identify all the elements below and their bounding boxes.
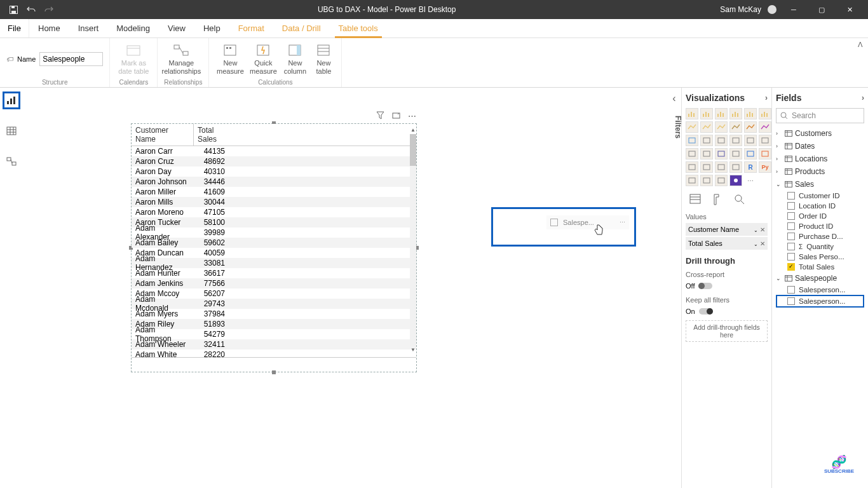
viz-type-button[interactable] — [744, 121, 757, 133]
slicer-more-icon[interactable]: ⋯ — [620, 219, 625, 226]
viz-type-button[interactable] — [686, 135, 698, 146]
new-table-button[interactable]: New table — [312, 43, 335, 75]
viz-type-button[interactable] — [729, 135, 742, 146]
viz-type-button[interactable] — [700, 148, 713, 159]
table-row[interactable]: Aaron Miller41609 — [132, 187, 416, 197]
field-checkbox[interactable] — [787, 202, 795, 210]
viz-type-button[interactable] — [759, 108, 771, 119]
new-column-button[interactable]: New column — [281, 43, 308, 75]
field-column[interactable]: ΣQuantity — [776, 241, 864, 252]
expand-icon[interactable]: › — [862, 93, 864, 102]
table-scrollbar[interactable]: ▲ ▼ — [410, 134, 416, 346]
viz-type-button[interactable] — [700, 121, 713, 133]
manage-relationships-button[interactable]: Manage relationships — [164, 43, 198, 75]
viz-type-button[interactable] — [700, 161, 713, 173]
menu-data-drill[interactable]: Data / Drill — [273, 19, 330, 37]
data-view-button[interactable] — [3, 122, 20, 140]
field-table-sales[interactable]: ⌄Sales — [776, 178, 864, 191]
field-table-customers[interactable]: ›Customers — [776, 127, 864, 140]
table-row[interactable]: Aaron Johnson34446 — [132, 177, 416, 187]
viz-type-button[interactable] — [715, 135, 728, 146]
keep-filters-toggle[interactable] — [699, 308, 713, 315]
table-row[interactable]: Aaron Day40310 — [132, 166, 416, 177]
slicer-visual[interactable]: Salespe... ⋯ — [491, 207, 636, 247]
viz-type-button[interactable] — [744, 108, 757, 119]
viz-type-button[interactable] — [729, 121, 742, 133]
field-checkbox[interactable] — [787, 297, 795, 305]
report-view-button[interactable] — [3, 92, 20, 109]
viz-type-button[interactable] — [729, 175, 742, 186]
new-measure-button[interactable]: New measure — [215, 43, 245, 75]
table-row[interactable]: Adam Bailey59602 — [132, 238, 416, 248]
menu-file[interactable]: File — [0, 19, 29, 37]
field-checkbox[interactable] — [787, 233, 795, 240]
viz-type-button[interactable] — [715, 148, 728, 159]
viz-type-button[interactable] — [686, 108, 698, 119]
menu-modeling[interactable]: Modeling — [107, 19, 159, 37]
more-icon[interactable]: ⋯ — [408, 111, 416, 121]
scroll-thumb[interactable] — [410, 134, 416, 166]
ribbon-collapse-icon[interactable]: ᐱ — [858, 41, 863, 49]
drill-through-dropzone[interactable]: Add drill-through fields here — [686, 320, 768, 342]
undo-icon[interactable] — [27, 5, 36, 14]
table-row[interactable]: Adam Myers37984 — [132, 309, 416, 319]
viz-type-button[interactable] — [715, 121, 728, 133]
viz-type-button[interactable]: R — [744, 161, 757, 173]
field-checkbox[interactable] — [787, 243, 795, 250]
slicer-checkbox[interactable] — [550, 219, 558, 226]
remove-field-icon[interactable]: ✕ — [760, 226, 765, 233]
subscribe-badge[interactable]: 🧬 SUBSCRIBE — [824, 456, 854, 474]
viz-type-button[interactable]: Py — [759, 161, 771, 173]
field-column[interactable]: Sales Perso... — [776, 252, 864, 262]
field-checkbox[interactable] — [787, 222, 795, 230]
field-checkbox[interactable] — [787, 212, 795, 220]
viz-type-button[interactable] — [686, 148, 698, 159]
menu-insert[interactable]: Insert — [69, 19, 108, 37]
scroll-up-icon[interactable]: ▲ — [410, 127, 416, 133]
cross-report-toggle[interactable] — [698, 283, 712, 289]
field-table-salespeople[interactable]: ⌄Salespeople — [776, 272, 864, 285]
field-checkbox[interactable] — [787, 192, 795, 200]
field-checkbox[interactable] — [787, 263, 795, 271]
table-row[interactable]: Adam Alexander39989 — [132, 227, 416, 238]
viz-type-button[interactable] — [686, 175, 698, 186]
resize-handle[interactable] — [272, 370, 276, 374]
viz-type-button[interactable] — [686, 121, 698, 133]
collapse-filters-icon[interactable]: ‹ — [668, 93, 680, 104]
format-tab-icon[interactable] — [712, 194, 722, 205]
maximize-button[interactable]: ▢ — [811, 0, 832, 19]
col-total-sales[interactable]: Total Sales — [194, 124, 229, 146]
table-row[interactable]: Adam Hernandez33081 — [132, 258, 416, 268]
field-column[interactable]: Purchase D... — [776, 231, 864, 241]
field-column[interactable]: Salesperson... — [776, 295, 864, 308]
fields-search[interactable]: Search — [776, 108, 864, 123]
menu-help[interactable]: Help — [194, 19, 229, 37]
viz-type-button[interactable] — [759, 121, 771, 133]
minimize-button[interactable]: ─ — [783, 0, 804, 19]
table-row[interactable]: Adam Mcdonald29743 — [132, 299, 416, 309]
user-name[interactable]: Sam McKay — [720, 5, 761, 14]
redo-icon[interactable] — [44, 5, 53, 14]
table-row[interactable]: Aaron Cruz48692 — [132, 156, 416, 166]
focus-icon[interactable] — [392, 111, 400, 121]
viz-type-button[interactable] — [715, 108, 728, 119]
field-checkbox[interactable] — [787, 286, 795, 294]
viz-type-button[interactable] — [759, 135, 771, 146]
save-icon[interactable] — [9, 5, 18, 14]
viz-type-button[interactable] — [700, 108, 713, 119]
field-checkbox[interactable] — [787, 253, 795, 261]
menu-table-tools[interactable]: Table tools — [330, 19, 387, 37]
menu-view[interactable]: View — [159, 19, 194, 37]
filter-icon[interactable] — [376, 111, 384, 121]
viz-type-button[interactable] — [729, 108, 742, 119]
field-column[interactable]: Location ID — [776, 201, 864, 211]
viz-type-button[interactable] — [700, 135, 713, 146]
field-table-products[interactable]: ›Products — [776, 165, 864, 178]
viz-type-button[interactable] — [744, 135, 757, 146]
table-row[interactable]: Adam Jenkins77566 — [132, 278, 416, 288]
report-canvas[interactable]: ‹ Filters ⋯ Customer Name Total Sales Aa… — [23, 88, 681, 445]
viz-type-button[interactable] — [744, 148, 757, 159]
viz-type-button[interactable] — [729, 161, 742, 173]
table-row[interactable]: Adam Thompson54279 — [132, 329, 416, 339]
table-row[interactable]: Adam Wheeler32411 — [132, 339, 416, 349]
